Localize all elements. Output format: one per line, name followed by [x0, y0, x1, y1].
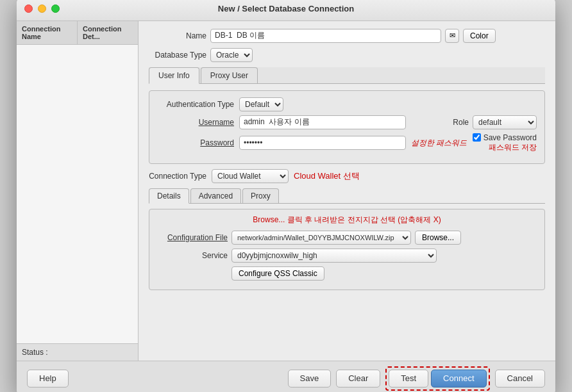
save-button[interactable]: Save [288, 370, 332, 388]
maximize-button[interactable] [51, 4, 60, 13]
auth-type-select[interactable]: Default [239, 97, 283, 111]
role-label: Role [411, 118, 469, 127]
titlebar: New / Select Database Connection [17, 0, 555, 21]
config-file-select[interactable]: network/admin/Wallet_D0YYBJMJCNOXWILW.zi… [231, 231, 411, 245]
tab-proxy-user[interactable]: Proxy User [201, 67, 258, 83]
minimize-button[interactable] [38, 4, 46, 13]
db-type-label: Database Type [149, 51, 206, 60]
sidebar-col-detail: Connection Det... [78, 21, 138, 44]
tab-user-info[interactable]: User Info [149, 67, 199, 84]
dashed-highlight: Test Connect [385, 366, 489, 391]
username-label: Username [157, 118, 234, 127]
browse-hint: Browse... 클릭 후 내려받은 전지지갑 선택 (압축해제 X) [157, 215, 537, 225]
save-password-label: Save Password [484, 133, 537, 142]
auth-type-row: Authentication Type Default [157, 97, 537, 111]
envelope-icon[interactable]: ✉ [445, 29, 459, 43]
button-bar: Help Save Clear Test Connect Cancel [17, 361, 555, 393]
auth-type-label: Authentication Type [157, 100, 234, 109]
save-password-korean: 패스워드 저장 [489, 142, 537, 153]
tab-proxy[interactable]: Proxy [242, 188, 279, 203]
cloud-wallet-hint: Cloud Wallet 선택 [294, 170, 360, 182]
connect-button[interactable]: Connect [431, 370, 486, 388]
password-input[interactable] [239, 136, 406, 150]
main-panel: Name ✉ Color Database Type Oracle User I… [139, 21, 555, 361]
username-row: Username Role default [157, 115, 537, 129]
close-button[interactable] [24, 4, 33, 13]
service-label: Service [157, 251, 228, 260]
role-area: Role default [411, 115, 537, 129]
save-password-checkbox[interactable] [473, 133, 481, 142]
details-tab-bar: Details Advanced Proxy [149, 188, 545, 204]
role-select[interactable]: default [473, 115, 537, 129]
db-type-select[interactable]: Oracle [210, 48, 253, 62]
tab-details[interactable]: Details [149, 188, 189, 204]
password-label: Password [157, 138, 234, 147]
window-body: Connection Name Connection Det... Status… [17, 21, 555, 361]
traffic-lights [24, 4, 60, 13]
configure-row: Configure QSS Classic [157, 266, 537, 281]
conn-type-select[interactable]: Cloud Wallet [212, 169, 289, 183]
main-tab-bar: User Info Proxy User [149, 67, 545, 84]
sidebar-col-name: Connection Name [17, 21, 78, 44]
save-password-area: Save Password 패스워드 저장 [473, 133, 537, 153]
browse-button[interactable]: Browse... [415, 231, 461, 245]
name-row: Name ✉ Color [149, 29, 545, 43]
db-type-row: Database Type Oracle [149, 48, 545, 62]
connection-type-row: Connection Type Cloud Wallet Cloud Walle… [149, 169, 545, 183]
window-title: New / Select Database Connection [218, 4, 354, 13]
name-label: Name [149, 31, 206, 40]
clear-button[interactable]: Clear [336, 370, 380, 388]
config-file-row: Configuration File network/admin/Wallet_… [157, 231, 537, 245]
save-password-row: Save Password [473, 133, 537, 142]
main-window: New / Select Database Connection Connect… [17, 0, 555, 392]
password-korean-hint: 설정한 패스워드 [411, 138, 467, 149]
tab-advanced[interactable]: Advanced [190, 188, 241, 203]
config-file-label: Configuration File [157, 233, 228, 242]
username-input[interactable] [239, 115, 406, 129]
conn-type-label: Connection Type [149, 172, 206, 181]
service-select[interactable]: d0yybjmjcnoxwilw_high [231, 249, 437, 263]
sidebar-status: Status : [17, 343, 138, 361]
name-input[interactable] [210, 29, 441, 43]
sidebar-header: Connection Name Connection Det... [17, 21, 138, 45]
cancel-button[interactable]: Cancel [495, 370, 545, 388]
user-info-section: Authentication Type Default Username Rol… [149, 90, 545, 164]
password-row: Password 설정한 패스워드 Save Password 패스워드 저장 [157, 133, 537, 153]
service-row: Service d0yybjmjcnoxwilw_high [157, 249, 537, 263]
test-button[interactable]: Test [389, 370, 428, 388]
sidebar-content [17, 45, 138, 343]
help-button[interactable]: Help [27, 370, 69, 388]
configure-button[interactable]: Configure QSS Classic [231, 266, 324, 281]
color-button[interactable]: Color [463, 29, 496, 43]
details-section: Browse... 클릭 후 내려받은 전지지갑 선택 (압축해제 X) Con… [149, 209, 545, 290]
sidebar: Connection Name Connection Det... Status… [17, 21, 139, 361]
